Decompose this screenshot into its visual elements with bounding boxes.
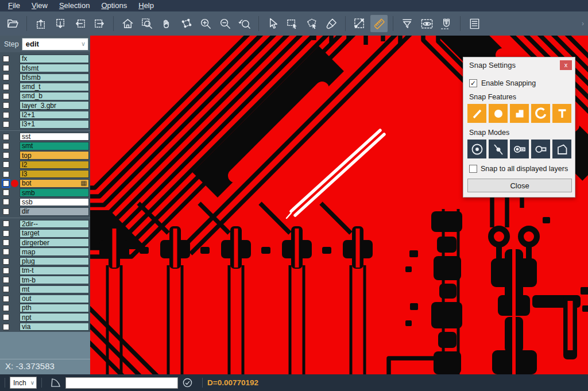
layer-visibility-checkbox[interactable] <box>3 324 9 330</box>
menu-item-selection[interactable]: Selection <box>53 1 95 11</box>
layer-visibility-checkbox[interactable] <box>3 305 9 311</box>
zoom-window-button[interactable] <box>138 15 156 32</box>
open-file-button[interactable] <box>4 15 21 32</box>
layer-visibility-checkbox[interactable] <box>3 249 9 255</box>
menu-item-file[interactable]: File <box>2 1 26 11</box>
layer-label-bot[interactable]: bot <box>20 179 89 188</box>
layer-visibility-checkbox[interactable] <box>3 258 9 265</box>
menu-item-view[interactable]: View <box>26 1 53 11</box>
layer-visibility-checkbox[interactable] <box>3 152 9 158</box>
layer-visibility-checkbox[interactable] <box>3 143 9 149</box>
view-area-button[interactable] <box>418 15 435 32</box>
zoom-polygon-button[interactable] <box>177 15 195 32</box>
snap-button[interactable] <box>438 15 455 32</box>
layer-label-l3+1[interactable]: l3+1 <box>20 120 89 129</box>
layer-visibility-checkbox[interactable] <box>3 134 9 140</box>
layer-visibility-checkbox[interactable] <box>3 84 9 90</box>
coordinate-input[interactable] <box>65 377 178 389</box>
menu-item-help[interactable]: Help <box>133 1 160 11</box>
layer-visibility-checkbox[interactable] <box>3 230 9 237</box>
snap-mode-vertex-button[interactable] <box>552 140 571 158</box>
layer-visibility-checkbox[interactable] <box>3 74 9 80</box>
angle-mode-icon[interactable] <box>51 378 61 388</box>
layer-label-sst[interactable]: sst <box>20 133 89 141</box>
layer-label-top[interactable]: top <box>20 151 89 160</box>
layer-label-layer_3.gbr[interactable]: layer_3.gbr <box>20 101 89 110</box>
layer-label-npt[interactable]: npt <box>20 313 89 322</box>
layer-visibility-checkbox[interactable] <box>3 121 9 127</box>
layer-visibility-checkbox[interactable] <box>3 208 9 215</box>
all-layers-checkbox[interactable] <box>469 165 477 173</box>
layer-visibility-checkbox[interactable] <box>3 56 9 62</box>
apply-check-icon[interactable] <box>183 378 192 388</box>
zoom-home-button[interactable] <box>119 15 136 32</box>
report-button[interactable] <box>466 15 483 32</box>
step-select[interactable]: edit ∨ <box>22 38 88 51</box>
layer-visibility-checkbox[interactable] <box>3 296 9 302</box>
layer-label-l2+1[interactable]: l2+1 <box>20 111 89 119</box>
layer-visibility-checkbox[interactable] <box>3 65 9 71</box>
snap-mode-origin-button[interactable] <box>510 140 529 158</box>
layer-label-smb[interactable]: smb <box>20 188 89 197</box>
ruler-button[interactable] <box>370 15 388 32</box>
layer-label-2dir--[interactable]: 2dir-- <box>20 220 89 229</box>
layer-label-smd_b[interactable]: smd_b <box>20 92 89 100</box>
layer-visibility-checkbox[interactable] <box>3 277 9 283</box>
layer-visibility-checkbox[interactable] <box>3 239 9 246</box>
layer-label-bfsmt[interactable]: bfsmt <box>20 64 89 72</box>
layer-label-l3[interactable]: l3 <box>20 170 89 179</box>
layer-label-map[interactable]: map <box>20 247 89 256</box>
dialog-close-button[interactable]: x <box>560 60 572 70</box>
snap-mode-contour-button[interactable] <box>531 140 550 158</box>
layer-label-plug[interactable]: plug <box>20 257 89 266</box>
layer-visibility-checkbox[interactable] <box>3 161 9 168</box>
layer-label-mt[interactable]: mt <box>20 285 89 294</box>
menu-item-options[interactable]: Options <box>95 1 133 11</box>
layer-visibility-checkbox[interactable] <box>3 112 9 118</box>
unit-select[interactable]: Inch ∨ <box>10 377 37 389</box>
filter-button[interactable] <box>399 15 416 32</box>
layer-label-target[interactable]: target <box>20 229 89 238</box>
snap-feature-pad-button[interactable] <box>489 104 508 123</box>
snap-feature-line-button[interactable] <box>467 104 486 123</box>
shift-left-button[interactable] <box>71 15 88 32</box>
layer-visibility-checkbox[interactable] <box>3 314 9 320</box>
layer-label-fx[interactable]: fx <box>20 55 89 63</box>
snap-mode-center-button[interactable] <box>467 140 486 158</box>
layer-visibility-checkbox[interactable] <box>3 286 9 292</box>
layer-label-via[interactable]: via <box>20 323 89 331</box>
layer-label-pth[interactable]: pth <box>20 304 89 312</box>
select-polygon-button[interactable] <box>303 15 320 32</box>
layer-label-dirgerber[interactable]: dirgerber <box>20 238 89 247</box>
layer-visibility-checkbox[interactable] <box>3 102 9 109</box>
pan-button[interactable] <box>158 15 175 32</box>
close-button[interactable]: Close <box>467 179 572 192</box>
layer-visibility-checkbox[interactable] <box>3 220 9 227</box>
dialog-titlebar[interactable]: Snap Settings x <box>463 57 575 71</box>
snap-feature-text-button[interactable] <box>552 104 571 123</box>
snap-feature-surface-button[interactable] <box>510 104 529 123</box>
layer-visibility-checkbox[interactable] <box>3 199 9 205</box>
measure-distance-button[interactable] <box>351 15 368 32</box>
brush-button[interactable] <box>323 15 340 32</box>
layer-label-tm-b[interactable]: tm-b <box>20 276 89 284</box>
layer-label-bfsmb[interactable]: bfsmb <box>20 73 89 82</box>
snap-mode-line-snap-button[interactable] <box>489 140 508 158</box>
shift-right-button[interactable] <box>91 15 108 32</box>
zoom-previous-button[interactable] <box>236 15 253 32</box>
layer-grid-icon[interactable] <box>81 181 87 186</box>
layer-label-tm-t[interactable]: tm-t <box>20 266 89 275</box>
layer-label-smd_t[interactable]: smd_t <box>20 83 89 91</box>
select-button[interactable] <box>264 15 281 32</box>
zoom-in-button[interactable] <box>197 15 214 32</box>
layer-visibility-checkbox[interactable] <box>3 189 9 196</box>
layer-label-dir[interactable]: dir <box>20 207 89 216</box>
layer-visibility-checkbox[interactable] <box>3 180 9 187</box>
layer-label-out[interactable]: out <box>20 295 89 303</box>
layer-visibility-checkbox[interactable] <box>3 171 9 177</box>
enable-snapping-checkbox[interactable]: ✓ <box>469 79 477 87</box>
layer-label-ssb[interactable]: ssb <box>20 198 89 207</box>
layer-visibility-checkbox[interactable] <box>3 268 9 274</box>
zoom-out-button[interactable] <box>216 15 234 32</box>
select-rectangle-button[interactable] <box>284 15 301 32</box>
